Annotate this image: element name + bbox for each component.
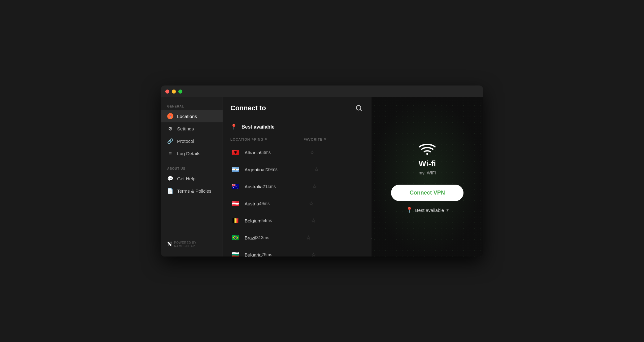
right-panel-content: Wi-fi my_WIFI Connect VPN 📍 Best availab… <box>372 134 483 220</box>
country-info: 🇦🇹 Austria <box>230 199 259 208</box>
about-section-label: ABOUT US <box>161 164 223 172</box>
table-row[interactable]: 🇦🇺 Australia 214ms ☆ ⌄ <box>223 178 372 195</box>
country-flag: 🇦🇷 <box>230 164 240 174</box>
favorite-header[interactable]: FAVORITE ⇅ <box>304 138 353 141</box>
ping-value: 214ms <box>263 184 312 189</box>
country-name: Australia <box>245 184 263 189</box>
ping-value: 63ms <box>260 150 310 155</box>
best-available-text: Best available <box>242 124 275 130</box>
sidebar-item-log-details[interactable]: ≡ Log Details <box>161 147 223 160</box>
title-bar <box>161 86 483 97</box>
sidebar-item-settings[interactable]: ⚙ Settings <box>161 122 223 135</box>
table-row[interactable]: 🇦🇹 Austria 49ms ☆ ⌄ <box>223 195 372 212</box>
favorite-star[interactable]: ☆ <box>310 149 359 156</box>
sidebar-item-terms[interactable]: 📄 Terms & Policies <box>161 185 223 197</box>
country-flag: 🇦🇱 <box>230 147 240 157</box>
expand-chevron-icon[interactable]: ⌄ <box>360 218 372 223</box>
ping-header[interactable]: PING ⇅ <box>254 138 304 141</box>
favorite-star[interactable]: ☆ <box>309 200 358 207</box>
ping-value: 239ms <box>264 167 314 172</box>
network-name: my_WIFI <box>419 170 436 175</box>
sidebar: GENERAL 📍 Locations ⚙ Settings 🔗 Protoco… <box>161 97 223 256</box>
settings-label: Settings <box>177 126 194 131</box>
sidebar-bottom: 𝐍 POWERED BY NAMECHEAP <box>161 237 223 252</box>
location-header[interactable]: LOCATION ⇅ <box>230 138 254 141</box>
ping-value: 75ms <box>262 252 311 256</box>
maximize-button[interactable] <box>178 90 182 94</box>
sidebar-item-protocol[interactable]: 🔗 Protocol <box>161 135 223 147</box>
table-row[interactable]: 🇧🇬 Bulgaria 75ms ☆ ⌄ <box>223 246 372 256</box>
country-name: Bulgaria <box>245 252 262 257</box>
connect-vpn-button[interactable]: Connect VPN <box>391 185 463 201</box>
country-flag: 🇦🇺 <box>230 182 240 191</box>
favorite-star[interactable]: ☆ <box>311 217 360 224</box>
table-row[interactable]: 🇦🇷 Argentina 239ms ☆ ⌄ <box>223 161 372 178</box>
expand-header <box>353 138 372 141</box>
favorite-star[interactable]: ☆ <box>314 166 363 173</box>
country-name: Brazil <box>245 235 256 240</box>
country-info: 🇧🇪 Belgium <box>230 216 261 226</box>
settings-icon: ⚙ <box>167 125 173 132</box>
page-title: Connect to <box>230 104 266 112</box>
expand-chevron-icon[interactable]: ⌄ <box>362 184 372 189</box>
country-name: Austria <box>245 201 259 206</box>
get-help-label: Get Help <box>177 176 195 181</box>
location-selector-pin-icon: 📍 <box>406 207 413 213</box>
chevron-down-icon: ▾ <box>446 208 449 213</box>
location-selector[interactable]: 📍 Best available ▾ <box>406 207 449 213</box>
location-sort-icon: ⇅ <box>251 138 254 141</box>
expand-chevron-icon[interactable]: ⌄ <box>361 252 372 256</box>
minimize-button[interactable] <box>172 90 176 94</box>
country-name: Belgium <box>245 218 261 223</box>
terms-icon: 📄 <box>167 188 173 194</box>
country-name: Argentina <box>245 167 264 172</box>
favorite-star[interactable]: ☆ <box>312 183 362 190</box>
expand-chevron-icon[interactable]: ⌄ <box>359 150 372 155</box>
main-header: Connect to <box>223 97 372 119</box>
table-row[interactable]: 🇧🇪 Belgium 54ms ☆ ⌄ <box>223 212 372 229</box>
country-info: 🇦🇺 Australia <box>230 182 263 191</box>
ping-value: 313ms <box>256 235 306 240</box>
sidebar-item-get-help[interactable]: 💬 Get Help <box>161 172 223 185</box>
expand-chevron-icon[interactable]: ⌄ <box>358 201 372 206</box>
column-headers: LOCATION ⇅ PING ⇅ FAVORITE ⇅ <box>223 135 372 144</box>
search-button[interactable] <box>354 103 364 113</box>
ping-value: 54ms <box>261 218 311 223</box>
table-row[interactable]: 🇦🇱 Albania 63ms ☆ ⌄ <box>223 144 372 161</box>
favorite-star[interactable]: ☆ <box>311 251 361 256</box>
app-body: GENERAL 📍 Locations ⚙ Settings 🔗 Protoco… <box>161 97 483 256</box>
powered-by: POWERED BY NAMECHEAP <box>174 241 216 248</box>
locations-label: Locations <box>177 114 197 119</box>
country-flag: 🇧🇷 <box>230 233 240 243</box>
favorite-star[interactable]: ☆ <box>306 234 355 241</box>
expand-chevron-icon[interactable]: ⌄ <box>363 167 372 172</box>
location-pin-icon: 📍 <box>230 124 237 130</box>
connection-type: Wi-fi <box>419 159 436 169</box>
favorite-sort-icon: ⇅ <box>324 138 327 141</box>
main-content: Connect to 📍 Best available LOCATION ⇅ <box>223 97 372 256</box>
help-icon: 💬 <box>167 175 173 182</box>
log-icon: ≡ <box>167 150 173 156</box>
right-panel: Wi-fi my_WIFI Connect VPN 📍 Best availab… <box>372 97 483 256</box>
log-details-label: Log Details <box>177 151 200 156</box>
app-window: GENERAL 📍 Locations ⚙ Settings 🔗 Protoco… <box>161 86 483 256</box>
expand-chevron-icon[interactable]: ⌄ <box>355 235 372 240</box>
protocol-label: Protocol <box>177 138 194 144</box>
terms-label: Terms & Policies <box>177 188 211 194</box>
country-info: 🇦🇷 Argentina <box>230 164 264 174</box>
traffic-lights <box>165 90 182 94</box>
best-available-row[interactable]: 📍 Best available <box>223 119 372 135</box>
svg-line-1 <box>360 109 361 111</box>
wifi-icon <box>416 140 438 156</box>
sidebar-item-locations[interactable]: 📍 Locations <box>161 110 223 122</box>
country-flag: 🇧🇬 <box>230 250 240 256</box>
location-selector-text: Best available <box>415 208 444 213</box>
countries-list: 🇦🇱 Albania 63ms ☆ ⌄ 🇦🇷 Argentina 239ms ☆… <box>223 144 372 256</box>
country-name: Albania <box>245 150 260 155</box>
table-row[interactable]: 🇧🇷 Brazil 313ms ☆ ⌄ <box>223 229 372 246</box>
namecheap-logo: 𝐍 <box>167 241 172 248</box>
protocol-icon: 🔗 <box>167 138 173 144</box>
close-button[interactable] <box>165 90 169 94</box>
general-section-label: GENERAL <box>161 102 223 110</box>
locations-icon: 📍 <box>167 113 173 119</box>
